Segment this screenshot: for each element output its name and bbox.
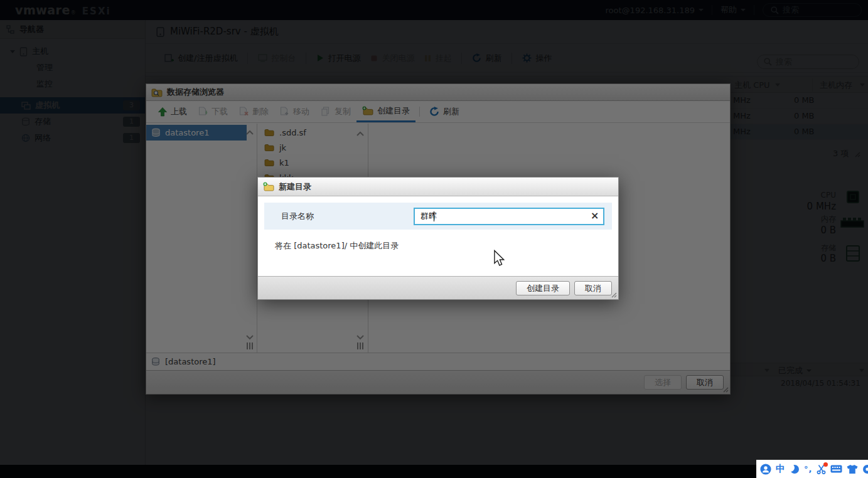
resize-handle[interactable]	[610, 291, 617, 298]
cancel-button[interactable]: 取消	[574, 281, 612, 295]
ime-screenshot-scissors-icon[interactable]	[817, 464, 826, 474]
directory-name-row: 目录名称 ×	[264, 203, 612, 230]
dialog-title: 新建目录	[279, 181, 311, 193]
ime-tool-icon-partial[interactable]	[862, 464, 868, 474]
ime-toolbar: 中 °,	[756, 460, 868, 478]
mouse-cursor	[493, 250, 505, 267]
new-directory-footer: 创建目录 取消	[258, 276, 618, 299]
ime-logo-icon[interactable]	[760, 464, 771, 475]
create-directory-confirm-button[interactable]: 创建目录	[516, 281, 570, 295]
ime-skin-shirt-icon[interactable]	[847, 464, 858, 474]
new-directory-dialog: 新建目录 目录名称 × 将在 [datastore1]/ 中创建此目录 创建目录…	[257, 177, 619, 300]
create-location-info: 将在 [datastore1]/ 中创建此目录	[275, 240, 399, 252]
notification-dot	[823, 462, 828, 467]
ime-keyboard-icon[interactable]	[830, 465, 842, 473]
ime-language-toggle[interactable]: 中	[776, 463, 785, 475]
directory-name-label: 目录名称	[281, 203, 314, 230]
esxi-screen: vmware ® ESXi root@192.168.31.189 帮助	[0, 0, 868, 478]
ime-punctuation-toggle[interactable]: °,	[804, 464, 812, 474]
directory-name-input[interactable]	[414, 208, 604, 225]
text-cursor	[434, 211, 434, 221]
new-folder-icon	[263, 182, 274, 192]
ime-fullwidth-moon-icon[interactable]	[790, 464, 800, 474]
new-directory-titlebar[interactable]: 新建目录	[258, 178, 618, 196]
clear-input-icon[interactable]: ×	[591, 210, 599, 221]
